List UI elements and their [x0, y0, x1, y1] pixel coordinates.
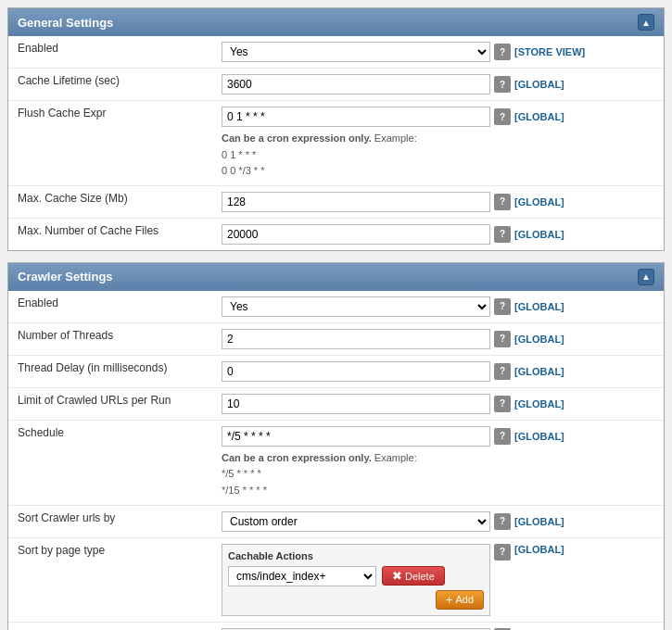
sort-crawler-urls-label: Sort Crawler urls by [8, 505, 212, 537]
thread-delay-label: Thread Delay (in milliseconds) [8, 355, 212, 387]
num-threads-input-row: ? [GLOBAL] [222, 329, 654, 349]
general-settings-header: General Settings ▲ [8, 8, 664, 36]
cachable-delete-label: Delete [405, 571, 435, 582]
table-row: Sort Crawler urls by Custom order Store … [8, 505, 664, 537]
table-row: Sort by page type Cachable Actions cms/i… [8, 537, 664, 622]
table-row: Thread Delay (in milliseconds) ? [GLOBAL… [8, 355, 664, 387]
num-threads-help-btn[interactable]: ? [494, 331, 511, 347]
cachable-add-btn[interactable]: + Add [436, 590, 484, 610]
sort-crawler-urls-scope-link[interactable]: [GLOBAL] [514, 516, 564, 527]
thread-delay-help-btn[interactable]: ? [494, 363, 511, 380]
num-threads-label: Number of Threads [8, 322, 212, 355]
num-threads-input[interactable] [222, 329, 490, 349]
enabled-scope-link[interactable]: [STORE VIEW] [514, 46, 585, 57]
cache-lifetime-input-row: ? [GLOBAL] [222, 74, 654, 94]
enabled-select[interactable]: Yes No [222, 42, 490, 62]
cache-lifetime-value-cell: ? [GLOBAL] [212, 69, 664, 101]
flush-cache-value-cell: ? [GLOBAL] Can be a cron expression only… [212, 101, 664, 186]
delete-icon: ✖ [392, 570, 402, 582]
general-settings-title: General Settings [18, 16, 113, 30]
crawler-enabled-select[interactable]: Yes No [222, 296, 490, 317]
crawler-form-table: Enabled Yes No ? [GLOBAL] Number of Thre… [8, 291, 664, 630]
max-cache-size-help-btn[interactable]: ? [494, 194, 511, 210]
table-row: Enabled Yes No ? [STORE VIEW] [8, 36, 664, 69]
sort-page-type-help-btn[interactable]: ? [494, 544, 511, 561]
schedule-scope-link[interactable]: [GLOBAL] [514, 431, 564, 442]
limit-crawled-input[interactable] [222, 394, 490, 414]
cachable-actions-box: Cachable Actions cms/index_index+ catalo… [222, 544, 490, 616]
thread-delay-input-row: ? [GLOBAL] [222, 361, 654, 382]
add-icon: + [446, 594, 453, 606]
max-cache-size-label: Max. Cache Size (Mb) [8, 185, 212, 218]
max-cache-files-help-btn[interactable]: ? [494, 226, 511, 243]
flush-cache-label: Flush Cache Expr [8, 101, 212, 186]
thread-delay-input[interactable] [222, 361, 490, 382]
sort-page-type-label: Sort by page type [8, 537, 212, 622]
crawler-enabled-label: Enabled [8, 291, 212, 323]
crawler-collapse-btn[interactable]: ▲ [638, 269, 654, 285]
limit-crawled-help-btn[interactable]: ? [494, 396, 511, 412]
general-settings-section: General Settings ▲ Enabled Yes No ? [STO… [7, 7, 665, 251]
flush-cache-input[interactable] [222, 107, 490, 127]
schedule-input[interactable] [222, 426, 490, 447]
crawler-enabled-input-row: Yes No ? [GLOBAL] [222, 296, 654, 317]
cachable-add-row: + Add [228, 590, 484, 610]
flush-cache-scope-link[interactable]: [GLOBAL] [514, 111, 564, 122]
max-cache-size-input-row: ? [GLOBAL] [222, 192, 654, 212]
table-row: Schedule ? [GLOBAL] Can be a cron expres… [8, 420, 664, 505]
crawler-settings-title: Crawler Settings [18, 270, 113, 284]
flush-cache-input-row: ? [GLOBAL] [222, 107, 654, 127]
sort-crawler-urls-help-btn[interactable]: ? [494, 513, 511, 530]
table-row: Cache Lifetime (sec) ? [GLOBAL] [8, 69, 664, 101]
limit-crawled-label: Limit of Crawled URLs per Run [8, 387, 212, 420]
thread-delay-scope-link[interactable]: [GLOBAL] [514, 366, 564, 377]
crawler-enabled-help-btn[interactable]: ? [494, 298, 511, 315]
sort-page-type-row: Cachable Actions cms/index_index+ catalo… [222, 544, 654, 616]
table-row: Limit of Crawled URLs per Run ? [GLOBAL] [8, 387, 664, 420]
cachable-delete-btn[interactable]: ✖ Delete [382, 566, 445, 586]
crawler-enabled-value-cell: Yes No ? [GLOBAL] [212, 291, 664, 323]
num-threads-scope-link[interactable]: [GLOBAL] [514, 334, 564, 345]
cachable-actions-title: Cachable Actions [228, 550, 484, 561]
sort-product-attr-label: Sort by product attribute (for product p… [8, 622, 212, 630]
sort-crawler-urls-select[interactable]: Custom order Store Default Random [222, 511, 490, 532]
crawler-enabled-scope-link[interactable]: [GLOBAL] [514, 301, 564, 312]
table-row: Flush Cache Expr ? [GLOBAL] Can be a cro… [8, 101, 664, 186]
general-collapse-btn[interactable]: ▲ [638, 14, 654, 31]
schedule-help-btn[interactable]: ? [494, 428, 511, 445]
sort-page-type-value-cell: Cachable Actions cms/index_index+ catalo… [212, 537, 664, 622]
crawler-collapse-icon: ▲ [641, 271, 651, 282]
max-cache-files-input[interactable] [222, 224, 490, 245]
max-cache-size-input[interactable] [222, 192, 490, 212]
flush-cache-hint: Can be a cron expression only. Example: … [222, 131, 654, 180]
schedule-hint-strong: Can be a cron expression only. [222, 452, 372, 463]
enabled-value-cell: Yes No ? [STORE VIEW] [212, 36, 664, 69]
max-cache-files-scope-link[interactable]: [GLOBAL] [514, 229, 564, 240]
max-cache-files-value-cell: ? [GLOBAL] [212, 218, 664, 250]
limit-crawled-input-row: ? [GLOBAL] [222, 394, 654, 414]
enabled-help-btn[interactable]: ? [494, 44, 511, 60]
cache-lifetime-input[interactable] [222, 74, 490, 94]
cachable-select-row: cms/index_index+ catalog/product_view+ c… [228, 566, 484, 586]
cache-lifetime-scope-link[interactable]: [GLOBAL] [514, 79, 564, 90]
flush-cache-hint-strong: Can be a cron expression only. [222, 132, 372, 144]
schedule-label: Schedule [8, 420, 212, 505]
cachable-actions-select[interactable]: cms/index_index+ catalog/product_view+ c… [228, 566, 376, 586]
table-row: Number of Threads ? [GLOBAL] [8, 322, 664, 355]
crawler-settings-header: Crawler Settings ▲ [8, 263, 664, 291]
cache-lifetime-label: Cache Lifetime (sec) [8, 69, 212, 101]
table-row: Max. Number of Cache Files ? [GLOBAL] [8, 218, 664, 250]
max-cache-size-scope-link[interactable]: [GLOBAL] [514, 196, 564, 208]
table-row: Sort by product attribute (for product p… [8, 622, 664, 630]
cachable-add-label: Add [455, 594, 474, 605]
table-row: Enabled Yes No ? [GLOBAL] [8, 291, 664, 323]
cache-lifetime-help-btn[interactable]: ? [494, 76, 511, 93]
num-threads-value-cell: ? [GLOBAL] [212, 322, 664, 355]
flush-cache-help-btn[interactable]: ? [494, 108, 511, 125]
general-collapse-icon: ▲ [641, 18, 651, 28]
sort-product-attr-value-cell: Attribute Value Memory [memo Price Weigh… [212, 622, 664, 630]
flush-cache-hint-line1: 0 1 * * * [222, 149, 256, 160]
sort-page-type-scope-link[interactable]: [GLOBAL] [514, 544, 564, 555]
limit-crawled-scope-link[interactable]: [GLOBAL] [514, 398, 564, 410]
thread-delay-value-cell: ? [GLOBAL] [212, 355, 664, 387]
